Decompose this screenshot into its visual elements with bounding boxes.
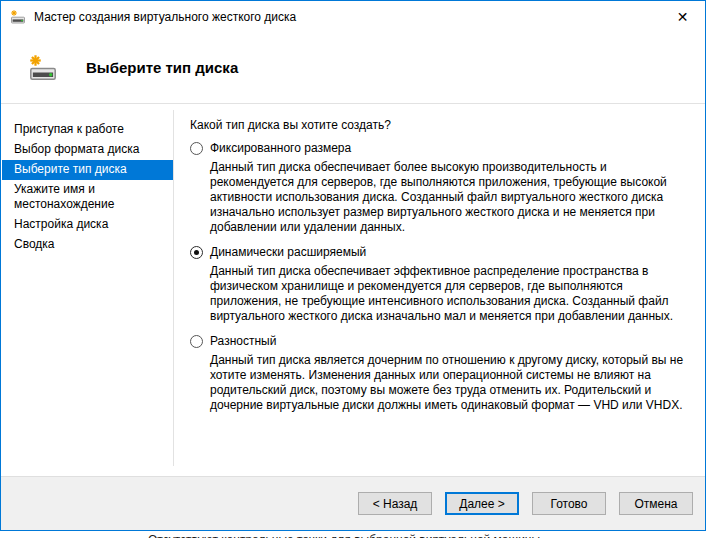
window-title: Мастер создания виртуального жесткого ди…	[34, 10, 296, 24]
wizard-header: Выберите тип диска	[1, 32, 705, 104]
background-window-strip: Отсутствуют контрольные точки для выбран…	[0, 532, 706, 538]
wizard-dialog: Мастер создания виртуального жесткого ди…	[0, 0, 706, 531]
differencing-description: Данный тип диска является дочерним по от…	[210, 353, 690, 413]
radio-differencing-label: Разностный	[210, 334, 276, 348]
background-window-text: Отсутствуют контрольные точки для выбран…	[148, 533, 543, 538]
new-disk-icon	[10, 9, 26, 25]
radio-fixed-size-label: Фиксированного размера	[210, 141, 351, 155]
back-button[interactable]: < Назад	[358, 492, 432, 515]
sidebar-item-disk-type: Выберите тип диска	[2, 160, 173, 180]
question-label: Какой тип диска вы хотите создать?	[190, 118, 688, 132]
radio-differencing[interactable]: Разностный	[190, 334, 688, 348]
sidebar-item-disk-format: Выбор формата диска	[2, 140, 173, 160]
title-bar: Мастер создания виртуального жесткого ди…	[1, 1, 705, 32]
radio-fixed-size[interactable]: Фиксированного размера	[190, 141, 688, 155]
close-icon[interactable]: ✕	[660, 2, 705, 32]
cancel-button[interactable]: Отмена	[619, 492, 693, 515]
wizard-steps-sidebar: Приступая к работе Выбор формата диска В…	[2, 104, 173, 476]
radio-button-icon[interactable]	[190, 142, 203, 155]
radio-button-icon[interactable]	[190, 246, 203, 259]
wizard-body: Приступая к работе Выбор формата диска В…	[1, 104, 705, 476]
fixed-size-description: Данный тип диска обеспечивает более высо…	[210, 160, 690, 235]
button-bar: < Назад Далее > Готово Отмена	[1, 476, 705, 530]
sidebar-item-name-location: Укажите имя и местонахождение	[2, 180, 173, 215]
sidebar-item-summary: Сводка	[2, 235, 173, 255]
next-button[interactable]: Далее >	[445, 492, 519, 515]
page-title: Выберите тип диска	[86, 59, 238, 76]
radio-button-icon[interactable]	[190, 335, 203, 348]
dynamically-expanding-description: Данный тип диска обеспечивает эффективно…	[210, 264, 690, 324]
disk-type-page: Какой тип диска вы хотите создать? Фикси…	[174, 104, 704, 476]
sidebar-item-configure-disk: Настройка диска	[2, 215, 173, 235]
sidebar-item-getting-started: Приступая к работе	[2, 120, 173, 140]
finish-button[interactable]: Готово	[532, 492, 606, 515]
radio-dynamically-expanding[interactable]: Динамически расширяемый	[190, 245, 688, 259]
new-disk-icon	[28, 53, 58, 83]
radio-dynamically-expanding-label: Динамически расширяемый	[210, 245, 366, 259]
